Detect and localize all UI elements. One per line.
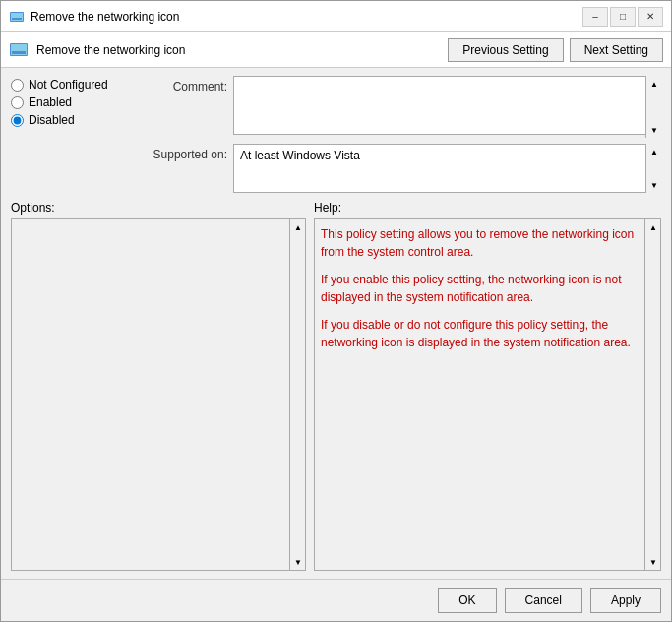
options-panel: Options: ▲ ▼	[11, 201, 306, 571]
maximize-button[interactable]: □	[610, 7, 636, 27]
svg-rect-5	[12, 51, 26, 54]
main-content: Not Configured Enabled Disabled Comment:	[1, 68, 671, 579]
top-section: Not Configured Enabled Disabled Comment:	[11, 76, 661, 193]
comment-scroll-up[interactable]: ▲	[646, 76, 662, 92]
next-setting-button[interactable]: Next Setting	[570, 38, 663, 62]
supported-field-row: Supported on: At least Windows Vista ▲ ▼	[139, 144, 661, 193]
header-bar: Remove the networking icon Previous Sett…	[1, 32, 671, 68]
fields-section: Comment: ▲ ▼ Supported on: At least	[139, 76, 661, 193]
supported-scroll-track	[646, 159, 661, 177]
help-text-2: If you enable this policy setting, the n…	[321, 271, 639, 306]
help-text-1: This policy setting allows you to remove…	[321, 225, 639, 261]
comment-field-row: Comment: ▲ ▼	[139, 76, 661, 138]
main-window: Remove the networking icon – □ ✕ Remove …	[0, 0, 672, 622]
supported-label: Supported on:	[139, 144, 227, 161]
help-scroll-up[interactable]: ▲	[645, 219, 661, 235]
window-icon	[9, 9, 25, 25]
comment-label: Comment:	[139, 76, 227, 93]
comment-textarea[interactable]	[233, 76, 661, 135]
disabled-option[interactable]: Disabled	[11, 113, 139, 127]
apply-button[interactable]: Apply	[590, 588, 661, 613]
help-text-3: If you disable or do not configure this …	[321, 316, 639, 351]
close-button[interactable]: ✕	[638, 7, 663, 27]
supported-scrollbar: ▲ ▼	[645, 144, 661, 193]
supported-scroll-down[interactable]: ▼	[646, 177, 662, 193]
title-bar: Remove the networking icon – □ ✕	[1, 1, 671, 32]
comment-scroll-down[interactable]: ▼	[646, 122, 662, 138]
options-content	[12, 219, 289, 570]
bottom-section: Options: ▲ ▼ Help: This policy setting a…	[11, 201, 661, 571]
ok-button[interactable]: OK	[438, 588, 496, 613]
cancel-button[interactable]: Cancel	[505, 588, 582, 613]
help-content: This policy setting allows you to remove…	[315, 219, 644, 570]
radio-group: Not Configured Enabled Disabled	[11, 76, 139, 193]
supported-scroll-up[interactable]: ▲	[646, 144, 662, 159]
not-configured-radio[interactable]	[11, 79, 24, 92]
comment-scroll-track	[646, 92, 661, 122]
options-wrapper: ▲ ▼	[11, 218, 306, 571]
header-buttons: Previous Setting Next Setting	[448, 38, 663, 62]
enabled-label: Enabled	[29, 95, 72, 109]
previous-setting-button[interactable]: Previous Setting	[448, 38, 563, 62]
help-scrollbar: ▲ ▼	[644, 219, 660, 570]
disabled-label: Disabled	[29, 113, 75, 127]
enabled-radio[interactable]	[11, 96, 24, 109]
svg-rect-2	[12, 18, 22, 20]
help-title: Help:	[314, 201, 661, 215]
window-controls: – □ ✕	[582, 7, 663, 27]
supported-field-wrapper: At least Windows Vista ▲ ▼	[233, 144, 661, 193]
help-scroll-down[interactable]: ▼	[645, 554, 661, 570]
comment-scrollbar: ▲ ▼	[645, 76, 661, 138]
not-configured-label: Not Configured	[29, 78, 108, 92]
enabled-option[interactable]: Enabled	[11, 95, 139, 109]
options-scrollbar: ▲ ▼	[289, 219, 305, 570]
disabled-radio[interactable]	[11, 114, 24, 127]
options-scroll-up[interactable]: ▲	[290, 219, 306, 235]
help-scroll-track	[645, 235, 660, 554]
minimize-button[interactable]: –	[582, 7, 608, 27]
comment-field-wrapper: ▲ ▼	[233, 76, 661, 138]
help-panel: Help: This policy setting allows you to …	[314, 201, 661, 571]
supported-value: At least Windows Vista	[233, 144, 661, 193]
header-icon	[9, 40, 29, 60]
help-wrapper: This policy setting allows you to remove…	[314, 218, 661, 571]
footer: OK Cancel Apply	[1, 579, 671, 621]
options-title: Options:	[11, 201, 306, 215]
header-title: Remove the networking icon	[36, 43, 448, 57]
not-configured-option[interactable]: Not Configured	[11, 78, 139, 92]
options-scroll-track	[290, 235, 305, 554]
title-text: Remove the networking icon	[31, 10, 582, 24]
options-scroll-down[interactable]: ▼	[290, 554, 306, 570]
